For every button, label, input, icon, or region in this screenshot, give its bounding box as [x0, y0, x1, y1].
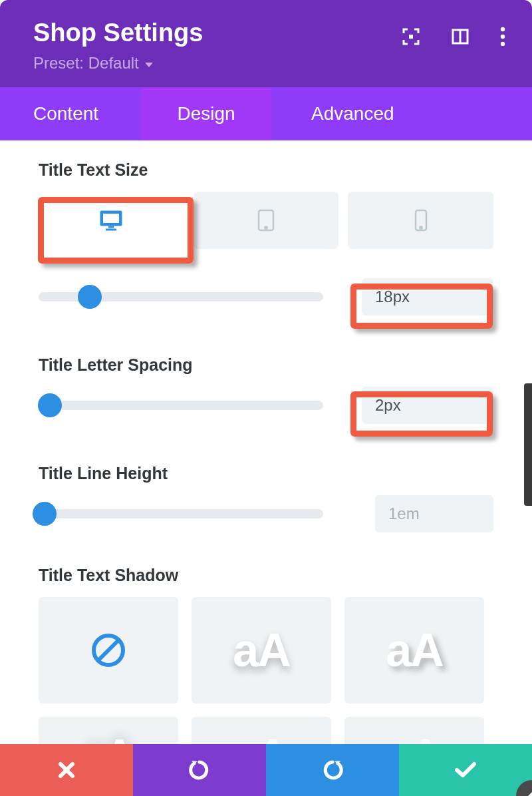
- svg-point-13: [420, 226, 422, 228]
- layout-icon[interactable]: [451, 27, 469, 49]
- shadow-preview: aA: [233, 624, 289, 677]
- label-letter-spacing: Title Letter Spacing: [39, 355, 493, 375]
- line-height-thumb[interactable]: [33, 502, 57, 526]
- svg-rect-0: [409, 35, 413, 39]
- letter-spacing-input[interactable]: [362, 387, 493, 424]
- shadow-options-grid: aA aA aA aA aA: [39, 597, 493, 762]
- shadow-option-2[interactable]: aA: [344, 597, 484, 703]
- panel-body: Title Text Size: [0, 140, 532, 762]
- preset-dropdown[interactable]: Preset: Default: [33, 54, 499, 73]
- svg-line-15: [98, 640, 118, 660]
- letter-spacing-slider[interactable]: [39, 401, 323, 410]
- text-size-input[interactable]: [362, 278, 493, 315]
- tab-design[interactable]: Design: [141, 87, 271, 140]
- device-desktop[interactable]: [39, 192, 184, 249]
- shadow-option-1[interactable]: aA: [192, 597, 331, 703]
- letter-spacing-slider-row: [39, 387, 493, 424]
- footer-bar: [0, 744, 532, 796]
- settings-panel: Shop Settings Preset: Default: [0, 0, 532, 796]
- save-button[interactable]: [399, 744, 532, 796]
- text-size-slider-row: [39, 278, 493, 315]
- label-text-size: Title Text Size: [39, 160, 493, 180]
- tab-bar: Content Design Advanced: [0, 87, 532, 140]
- svg-point-5: [501, 42, 505, 46]
- svg-point-11: [265, 226, 267, 228]
- svg-point-3: [501, 27, 505, 31]
- device-toggle-row: [39, 192, 493, 249]
- expand-icon[interactable]: [402, 27, 420, 49]
- tab-content[interactable]: Content: [0, 87, 141, 140]
- line-height-slider[interactable]: [39, 509, 323, 518]
- line-height-slider-row: [39, 495, 493, 532]
- panel-header: Shop Settings Preset: Default: [0, 0, 532, 87]
- svg-rect-7: [103, 214, 119, 223]
- caret-down-icon: [144, 54, 154, 73]
- label-text-shadow: Title Text Shadow: [39, 566, 493, 585]
- undo-button[interactable]: [133, 744, 266, 796]
- text-size-thumb[interactable]: [78, 285, 102, 309]
- preset-label: Preset: Default: [33, 54, 139, 73]
- shadow-option-none[interactable]: [39, 597, 178, 703]
- header-icon-row: [402, 27, 505, 49]
- shadow-preview: aA: [386, 624, 442, 677]
- label-line-height: Title Line Height: [39, 464, 493, 483]
- text-size-slider[interactable]: [39, 292, 323, 301]
- letter-spacing-thumb[interactable]: [38, 393, 62, 417]
- more-icon[interactable]: [500, 27, 505, 49]
- svg-point-4: [501, 35, 505, 39]
- device-phone[interactable]: [348, 192, 493, 249]
- device-tablet[interactable]: [194, 192, 339, 249]
- line-height-input[interactable]: [375, 495, 493, 532]
- tab-advanced[interactable]: Advanced: [271, 87, 532, 140]
- redo-button[interactable]: [266, 744, 399, 796]
- scrollbar-thumb[interactable]: [524, 383, 532, 506]
- cancel-button[interactable]: [0, 744, 133, 796]
